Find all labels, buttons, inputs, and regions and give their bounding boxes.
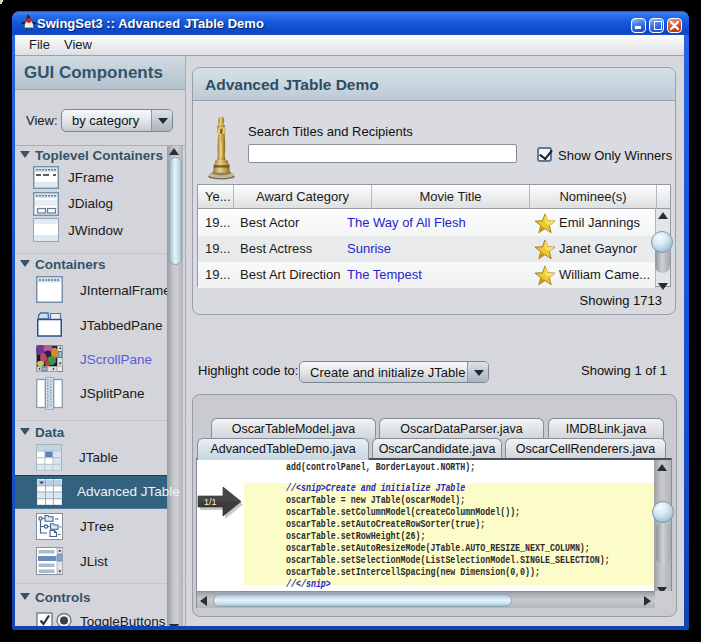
svg-text:1/1: 1/1 [204, 497, 217, 507]
